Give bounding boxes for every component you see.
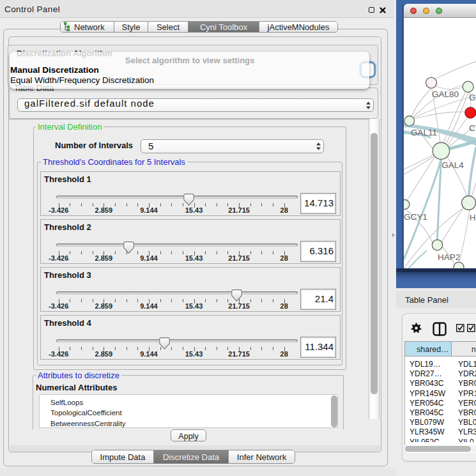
svg-text:C: C [469, 123, 475, 133]
svg-text:G: G [469, 93, 476, 102]
svg-text:GAL80: GAL80 [432, 89, 459, 99]
svg-text:GAL11: GAL11 [411, 128, 437, 137]
svg-text:HAP2: HAP2 [438, 252, 460, 262]
svg-text:H: H [470, 213, 476, 222]
svg-text:GAL4: GAL4 [441, 160, 464, 170]
svg-text:GCY1: GCY1 [404, 212, 427, 222]
